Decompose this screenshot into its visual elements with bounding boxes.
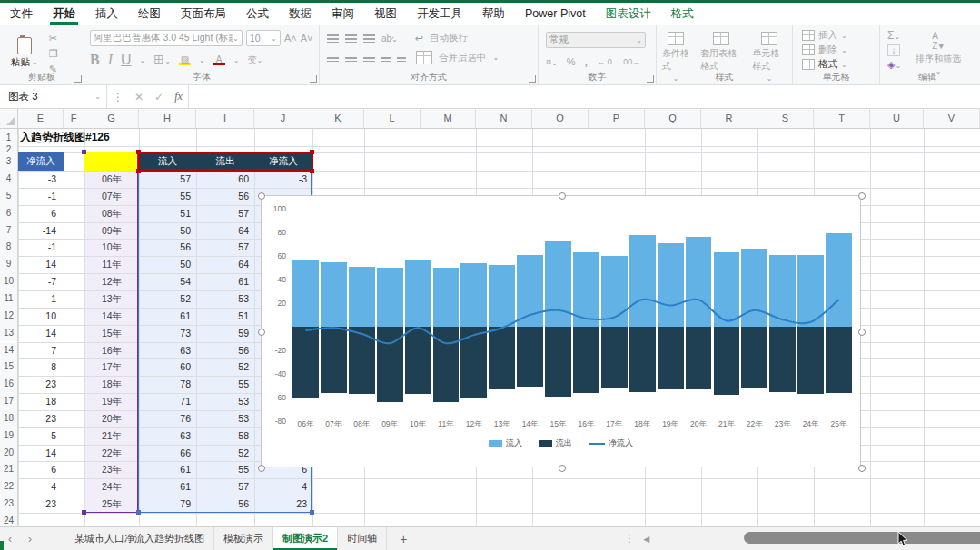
bar-outflow-20年[interactable] (686, 327, 712, 389)
align-top-icon[interactable] (327, 34, 339, 43)
comma-style-icon[interactable]: , (585, 54, 589, 68)
cell-e10[interactable]: -7 (18, 273, 56, 290)
ribbon-tab-开发工具[interactable]: 开发工具 (407, 3, 472, 25)
paste-button[interactable]: 粘贴⌄ (5, 30, 44, 75)
row-header-21[interactable]: 21 (0, 461, 18, 478)
cell-e9[interactable]: 14 (18, 256, 56, 273)
align-middle-icon[interactable] (345, 34, 357, 43)
bar-inflow-06年[interactable] (292, 260, 319, 327)
bar-outflow-06年[interactable] (292, 327, 319, 398)
bar-inflow-13年[interactable] (489, 265, 515, 327)
cell-e14[interactable]: 7 (18, 342, 56, 359)
cell-e16[interactable]: 23 (18, 376, 56, 393)
cell-e4[interactable]: -3 (18, 171, 56, 188)
cells-button-插入[interactable]: 插入⌄ (802, 29, 879, 42)
bar-outflow-13年[interactable] (489, 327, 515, 389)
column-header-V[interactable]: V (924, 109, 980, 128)
range-handle-purple[interactable] (82, 510, 86, 515)
font-dialog-launcher[interactable] (310, 75, 317, 83)
font-size-combo[interactable]: 10⌄ (246, 30, 281, 46)
bar-inflow-19年[interactable] (658, 243, 684, 327)
column-header-O[interactable]: O (532, 109, 589, 128)
row-header-12[interactable]: 12 (0, 308, 18, 325)
clipboard-dialog-launcher[interactable] (74, 75, 82, 83)
number-format-combo[interactable]: 常规⌄ (546, 32, 646, 48)
horizontal-scrollbar[interactable] (680, 531, 980, 545)
bar-inflow-12年[interactable] (460, 263, 487, 327)
row-header-19[interactable]: 19 (0, 427, 18, 445)
row-header-11[interactable]: 11 (0, 290, 18, 308)
row-header-4[interactable]: 4 (0, 171, 18, 188)
column-header-G[interactable]: G (84, 109, 139, 128)
bar-outflow-16年[interactable] (573, 327, 599, 393)
cell-e17[interactable]: 18 (18, 393, 56, 410)
decrease-decimal-icon[interactable]: .00→ (621, 57, 641, 66)
column-header-I[interactable]: I (196, 109, 254, 128)
column-header-H[interactable]: H (139, 109, 196, 128)
bar-inflow-08年[interactable] (349, 267, 375, 327)
cells-button-删除[interactable]: 删除⌄ (802, 44, 879, 56)
bar-outflow-21年[interactable] (714, 327, 740, 395)
bar-inflow-14年[interactable] (517, 255, 543, 327)
row-header-7[interactable]: 7 (0, 222, 18, 240)
horizontal-scrollbar-thumb[interactable] (744, 532, 980, 544)
bar-outflow-09年[interactable] (377, 327, 403, 402)
insert-function-icon[interactable]: fx (169, 90, 188, 103)
bar-inflow-15年[interactable] (545, 241, 571, 327)
bar-inflow-07年[interactable] (321, 262, 347, 328)
hscroll-left-arrow-icon[interactable]: ◀ (643, 535, 649, 544)
percent-style-icon[interactable]: % (567, 56, 576, 67)
phonetic-guide-icon[interactable]: 变⌄ (247, 54, 262, 66)
italic-icon[interactable]: I (108, 52, 113, 68)
sheet-tab-某城市人口净流入趋势折线图[interactable]: 某城市人口净流入趋势折线图 (65, 527, 214, 550)
ribbon-tab-审阅[interactable]: 审阅 (322, 3, 364, 25)
row-header-3[interactable]: 3 (0, 152, 18, 171)
column-header-E[interactable]: E (18, 109, 64, 128)
bar-inflow-23年[interactable] (769, 255, 796, 327)
row-header-14[interactable]: 14 (0, 342, 18, 359)
bar-inflow-25年[interactable] (826, 233, 852, 327)
column-header-N[interactable]: N (476, 109, 532, 128)
chart-resize-handle[interactable] (258, 329, 265, 336)
range-handle-purple[interactable] (82, 150, 86, 154)
bar-outflow-14年[interactable] (517, 327, 543, 387)
align-left-icon[interactable] (327, 54, 339, 62)
decrease-font-icon[interactable]: A˅ (301, 33, 313, 44)
chart-resize-handle[interactable] (559, 465, 566, 472)
bar-inflow-22年[interactable] (741, 249, 767, 327)
align-center-icon[interactable] (345, 54, 357, 62)
bar-outflow-10年[interactable] (405, 327, 431, 394)
column-header-R[interactable]: R (701, 109, 757, 128)
fill-icon[interactable]: ↓ (887, 44, 900, 56)
sheet-tab-模板演示[interactable]: 模板演示 (214, 527, 273, 550)
range-handle-blue[interactable] (310, 510, 314, 515)
column-header-L[interactable]: L (364, 109, 421, 128)
cell-e20[interactable]: 14 (18, 445, 56, 462)
row-header-22[interactable]: 22 (0, 478, 18, 496)
row-header-20[interactable]: 20 (0, 445, 18, 462)
ribbon-tab-插入[interactable]: 插入 (85, 3, 128, 25)
cell-e6[interactable]: 6 (18, 205, 56, 222)
cell-title-spill[interactable]: 入趋势折线图#126 (20, 129, 110, 146)
autosum-icon[interactable]: Σ⌄ (887, 29, 901, 42)
sheet-nav-right-icon[interactable]: › (20, 533, 40, 545)
bar-outflow-25年[interactable] (826, 327, 852, 393)
bar-inflow-09年[interactable] (377, 268, 403, 327)
cell-e11[interactable]: -1 (18, 290, 56, 308)
cell-e15[interactable]: 8 (18, 358, 56, 376)
number-dialog-launcher[interactable] (647, 75, 654, 83)
font-name-combo[interactable]: 阿里巴巴普惠体 3.0 45 Light (标题⌄ (90, 30, 243, 46)
cell-e22[interactable]: 4 (18, 478, 56, 496)
increase-indent-icon[interactable] (397, 54, 406, 62)
underline-icon[interactable]: U (121, 52, 132, 68)
range-handle-red[interactable] (136, 169, 141, 173)
accounting-format-icon[interactable]: ¤⌄ (546, 56, 558, 67)
chart-object[interactable]: 10080604020-20-40-60-8006年07年08年09年10年11… (261, 195, 861, 467)
column-header-J[interactable]: J (254, 109, 312, 128)
column-header-M[interactable]: M (421, 109, 476, 128)
bar-outflow-15年[interactable] (545, 327, 571, 397)
borders-icon[interactable]: 田⌄ (153, 53, 171, 68)
column-header-S[interactable]: S (757, 109, 814, 128)
cell-e5[interactable]: -1 (18, 188, 56, 205)
cell-e21[interactable]: 6 (18, 461, 56, 478)
